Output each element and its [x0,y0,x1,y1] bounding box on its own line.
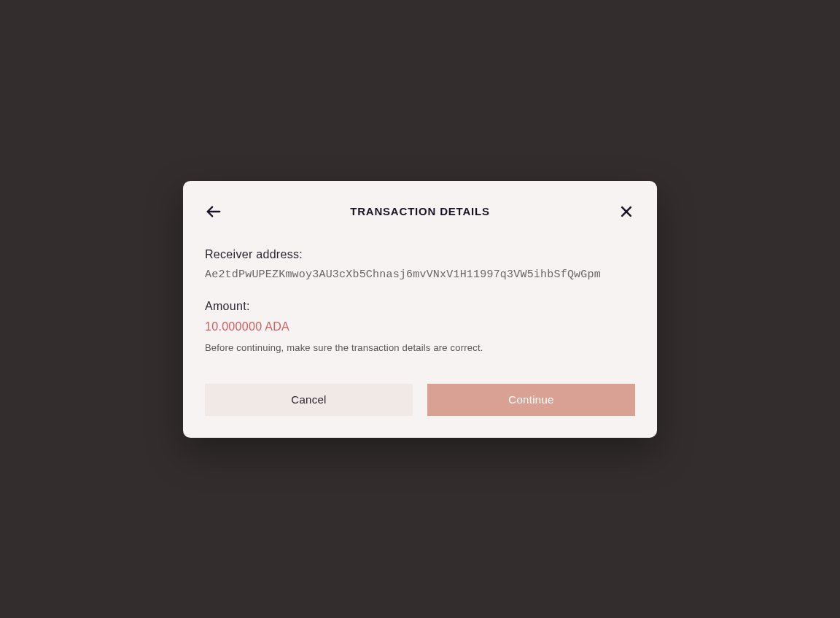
modal-title: TRANSACTION DETAILS [350,205,490,217]
amount-section: Amount: 10.000000 ADA [205,300,635,333]
amount-value: 10.000000 ADA [205,320,635,333]
close-button[interactable] [618,203,635,220]
button-row: Cancel Continue [205,384,635,416]
continue-button[interactable]: Continue [427,384,635,416]
arrow-left-icon [206,204,222,220]
amount-label: Amount: [205,300,635,313]
receiver-section: Receiver address: Ae2tdPwUPEZKmwoy3AU3cX… [205,248,635,281]
back-button[interactable] [205,203,222,220]
warning-text: Before continuing, make sure the transac… [205,342,635,353]
receiver-address-label: Receiver address: [205,248,635,261]
cancel-button[interactable]: Cancel [205,384,413,416]
receiver-address-value: Ae2tdPwUPEZKmwoy3AU3cXb5Chnasj6mvVNxV1H1… [205,269,635,281]
modal-header: TRANSACTION DETAILS [205,203,635,220]
close-icon [619,204,634,219]
transaction-details-modal: TRANSACTION DETAILS Receiver address: Ae… [183,181,657,438]
